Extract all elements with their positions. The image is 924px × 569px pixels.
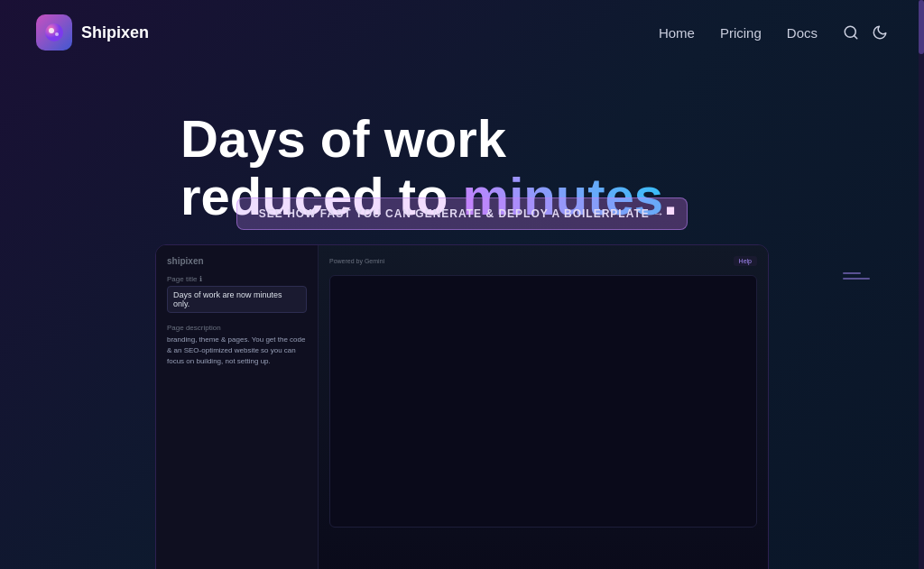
search-icon xyxy=(843,24,859,41)
nav-icons xyxy=(843,24,888,41)
video-field-desc-label: Page description xyxy=(167,324,307,332)
nav-link-home[interactable]: Home xyxy=(659,25,695,41)
video-inner: shipixen Page title ℹ Days of work are n… xyxy=(156,245,768,569)
moon-icon xyxy=(872,24,888,41)
search-button[interactable] xyxy=(843,24,859,41)
video-field-title-value: Days of work are now minutes only. xyxy=(167,286,307,313)
svg-point-2 xyxy=(55,32,59,36)
video-section: SEE HOW FAST YOU CAN GENERATE & DEPLOY A… xyxy=(155,197,769,569)
video-field-desc: Page description branding, theme & pages… xyxy=(167,324,307,367)
video-banner-button[interactable]: SEE HOW FAST YOU CAN GENERATE & DEPLOY A… xyxy=(236,197,688,230)
video-main: Powered by Gemini Help xyxy=(319,245,768,569)
video-frame: shipixen Page title ℹ Days of work are n… xyxy=(155,244,769,569)
video-field-title-label: Page title ℹ xyxy=(167,275,307,283)
nav-link-docs[interactable]: Docs xyxy=(787,25,818,41)
video-banner-label: SEE HOW FAST YOU CAN GENERATE & DEPLOY A… xyxy=(259,207,665,220)
svg-line-4 xyxy=(854,35,856,38)
scrollbar[interactable] xyxy=(919,0,924,569)
logo[interactable]: Shipixen xyxy=(36,14,149,50)
logo-icon xyxy=(36,14,72,50)
deco-line-1 xyxy=(843,272,861,274)
video-field-title: Page title ℹ Days of work are now minute… xyxy=(167,275,307,313)
nav-links: Home Pricing Docs xyxy=(659,24,888,41)
video-field-desc-value: branding, theme & pages. You get the cod… xyxy=(167,335,307,367)
video-chat-area xyxy=(329,275,757,528)
video-help-button[interactable]: Help xyxy=(734,256,757,266)
svg-point-1 xyxy=(49,28,54,33)
navbar: Shipixen Home Pricing Docs xyxy=(0,0,924,65)
theme-toggle-button[interactable] xyxy=(872,24,888,41)
logo-text: Shipixen xyxy=(81,23,149,42)
deco-line-2 xyxy=(843,278,870,280)
nav-link-pricing[interactable]: Pricing xyxy=(720,25,762,41)
video-sidebar: shipixen Page title ℹ Days of work are n… xyxy=(156,245,319,569)
decorative-lines xyxy=(843,272,870,280)
video-powered-label: Powered by Gemini xyxy=(329,258,384,264)
video-sidebar-brand: shipixen xyxy=(167,256,307,266)
svg-point-0 xyxy=(45,23,63,41)
video-header-bar: Powered by Gemini Help xyxy=(329,256,757,266)
hero-title-line1: Days of work xyxy=(180,110,888,168)
